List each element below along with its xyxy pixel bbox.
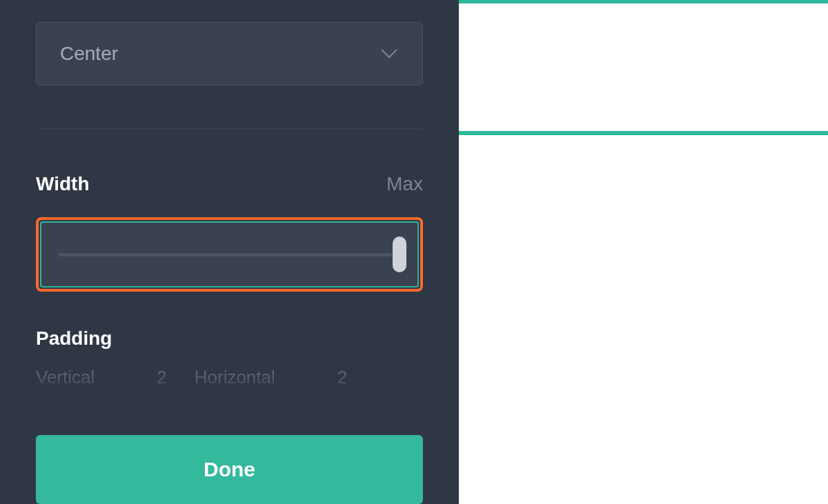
panel-footer: Done xyxy=(0,399,459,504)
done-button-label: Done xyxy=(204,458,255,481)
chevron-down-icon xyxy=(379,44,399,63)
settings-panel: Center Width Max Padding xyxy=(0,0,459,504)
padding-label: Padding xyxy=(36,327,112,349)
padding-horizontal-field[interactable]: Horizontal 2 xyxy=(195,367,348,386)
padding-fields-partial: Vertical 2 Horizontal 2 xyxy=(36,367,423,386)
width-value: Max xyxy=(386,173,423,195)
selection-border-bottom xyxy=(459,131,828,135)
section-divider xyxy=(36,128,423,129)
padding-vertical-label: Vertical xyxy=(36,367,95,386)
settings-content: Center Width Max Padding xyxy=(0,0,459,399)
alignment-selected: Center xyxy=(60,43,118,65)
done-button[interactable]: Done xyxy=(36,435,423,504)
width-slider-highlight xyxy=(36,217,423,292)
width-slider[interactable] xyxy=(40,221,419,288)
width-label: Width xyxy=(36,173,90,195)
alignment-dropdown[interactable]: Center xyxy=(36,22,423,85)
width-header: Width Max xyxy=(36,173,423,195)
padding-vertical-field[interactable]: Vertical 2 xyxy=(36,367,167,386)
padding-vertical-value: 2 xyxy=(157,367,166,386)
selection-border-top xyxy=(459,0,828,3)
width-section: Width Max xyxy=(36,173,423,292)
padding-horizontal-label: Horizontal xyxy=(195,367,275,386)
padding-section: Padding xyxy=(36,327,423,350)
padding-horizontal-value: 2 xyxy=(337,367,347,386)
slider-track xyxy=(58,253,401,256)
slider-thumb[interactable] xyxy=(393,236,406,272)
preview-canvas xyxy=(459,0,828,504)
